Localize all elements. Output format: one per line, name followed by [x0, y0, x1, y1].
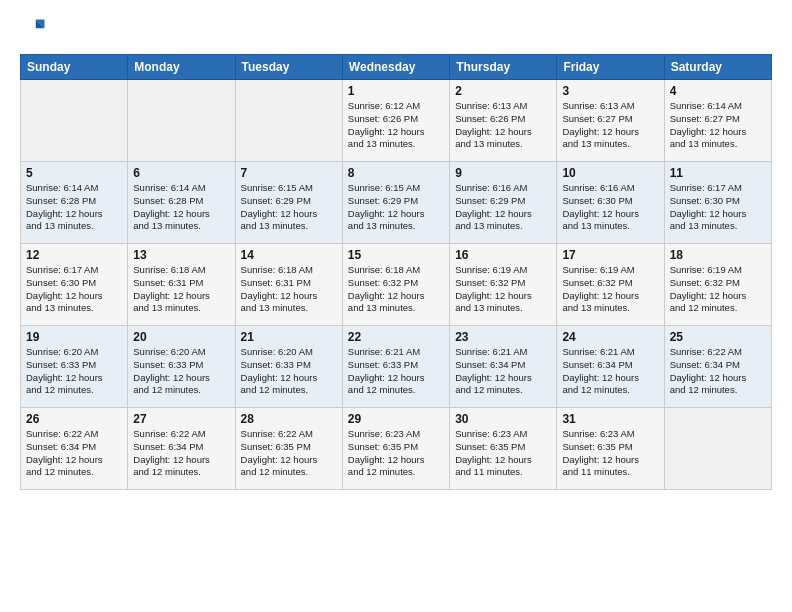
calendar-cell: 2Sunrise: 6:13 AM Sunset: 6:26 PM Daylig… [450, 80, 557, 162]
day-info: Sunrise: 6:20 AM Sunset: 6:33 PM Dayligh… [241, 346, 337, 397]
day-number: 18 [670, 248, 766, 262]
day-info: Sunrise: 6:23 AM Sunset: 6:35 PM Dayligh… [348, 428, 444, 479]
day-info: Sunrise: 6:15 AM Sunset: 6:29 PM Dayligh… [241, 182, 337, 233]
calendar-cell: 7Sunrise: 6:15 AM Sunset: 6:29 PM Daylig… [235, 162, 342, 244]
day-number: 30 [455, 412, 551, 426]
calendar-header-monday: Monday [128, 55, 235, 80]
day-info: Sunrise: 6:17 AM Sunset: 6:30 PM Dayligh… [670, 182, 766, 233]
calendar-cell: 30Sunrise: 6:23 AM Sunset: 6:35 PM Dayli… [450, 408, 557, 490]
calendar-cell: 26Sunrise: 6:22 AM Sunset: 6:34 PM Dayli… [21, 408, 128, 490]
day-number: 7 [241, 166, 337, 180]
day-info: Sunrise: 6:13 AM Sunset: 6:27 PM Dayligh… [562, 100, 658, 151]
calendar-cell: 12Sunrise: 6:17 AM Sunset: 6:30 PM Dayli… [21, 244, 128, 326]
calendar-cell [128, 80, 235, 162]
day-info: Sunrise: 6:21 AM Sunset: 6:33 PM Dayligh… [348, 346, 444, 397]
calendar-cell: 9Sunrise: 6:16 AM Sunset: 6:29 PM Daylig… [450, 162, 557, 244]
day-number: 28 [241, 412, 337, 426]
day-number: 1 [348, 84, 444, 98]
day-number: 15 [348, 248, 444, 262]
calendar-cell: 10Sunrise: 6:16 AM Sunset: 6:30 PM Dayli… [557, 162, 664, 244]
calendar-header-sunday: Sunday [21, 55, 128, 80]
day-number: 16 [455, 248, 551, 262]
calendar-cell [21, 80, 128, 162]
day-info: Sunrise: 6:18 AM Sunset: 6:32 PM Dayligh… [348, 264, 444, 315]
calendar-cell: 17Sunrise: 6:19 AM Sunset: 6:32 PM Dayli… [557, 244, 664, 326]
day-info: Sunrise: 6:23 AM Sunset: 6:35 PM Dayligh… [562, 428, 658, 479]
calendar-cell: 21Sunrise: 6:20 AM Sunset: 6:33 PM Dayli… [235, 326, 342, 408]
calendar-cell: 5Sunrise: 6:14 AM Sunset: 6:28 PM Daylig… [21, 162, 128, 244]
day-info: Sunrise: 6:14 AM Sunset: 6:28 PM Dayligh… [133, 182, 229, 233]
day-number: 23 [455, 330, 551, 344]
logo-icon [20, 16, 48, 44]
calendar-cell: 29Sunrise: 6:23 AM Sunset: 6:35 PM Dayli… [342, 408, 449, 490]
day-info: Sunrise: 6:19 AM Sunset: 6:32 PM Dayligh… [670, 264, 766, 315]
calendar-cell: 19Sunrise: 6:20 AM Sunset: 6:33 PM Dayli… [21, 326, 128, 408]
calendar-week-3: 12Sunrise: 6:17 AM Sunset: 6:30 PM Dayli… [21, 244, 772, 326]
day-number: 26 [26, 412, 122, 426]
day-info: Sunrise: 6:22 AM Sunset: 6:34 PM Dayligh… [133, 428, 229, 479]
calendar-cell: 27Sunrise: 6:22 AM Sunset: 6:34 PM Dayli… [128, 408, 235, 490]
day-number: 8 [348, 166, 444, 180]
calendar-cell: 16Sunrise: 6:19 AM Sunset: 6:32 PM Dayli… [450, 244, 557, 326]
calendar-week-2: 5Sunrise: 6:14 AM Sunset: 6:28 PM Daylig… [21, 162, 772, 244]
day-number: 25 [670, 330, 766, 344]
calendar-cell: 22Sunrise: 6:21 AM Sunset: 6:33 PM Dayli… [342, 326, 449, 408]
day-number: 31 [562, 412, 658, 426]
calendar-cell [235, 80, 342, 162]
day-number: 27 [133, 412, 229, 426]
day-number: 13 [133, 248, 229, 262]
calendar-cell: 20Sunrise: 6:20 AM Sunset: 6:33 PM Dayli… [128, 326, 235, 408]
day-info: Sunrise: 6:22 AM Sunset: 6:34 PM Dayligh… [26, 428, 122, 479]
day-info: Sunrise: 6:21 AM Sunset: 6:34 PM Dayligh… [562, 346, 658, 397]
calendar-header-tuesday: Tuesday [235, 55, 342, 80]
day-number: 24 [562, 330, 658, 344]
day-info: Sunrise: 6:16 AM Sunset: 6:29 PM Dayligh… [455, 182, 551, 233]
day-number: 20 [133, 330, 229, 344]
day-number: 9 [455, 166, 551, 180]
calendar-cell: 24Sunrise: 6:21 AM Sunset: 6:34 PM Dayli… [557, 326, 664, 408]
day-number: 12 [26, 248, 122, 262]
calendar-header-wednesday: Wednesday [342, 55, 449, 80]
day-info: Sunrise: 6:20 AM Sunset: 6:33 PM Dayligh… [133, 346, 229, 397]
calendar-header-row: SundayMondayTuesdayWednesdayThursdayFrid… [21, 55, 772, 80]
day-info: Sunrise: 6:15 AM Sunset: 6:29 PM Dayligh… [348, 182, 444, 233]
page: SundayMondayTuesdayWednesdayThursdayFrid… [0, 0, 792, 612]
calendar-cell: 4Sunrise: 6:14 AM Sunset: 6:27 PM Daylig… [664, 80, 771, 162]
day-info: Sunrise: 6:14 AM Sunset: 6:28 PM Dayligh… [26, 182, 122, 233]
calendar-cell: 31Sunrise: 6:23 AM Sunset: 6:35 PM Dayli… [557, 408, 664, 490]
day-number: 4 [670, 84, 766, 98]
calendar-cell: 23Sunrise: 6:21 AM Sunset: 6:34 PM Dayli… [450, 326, 557, 408]
day-number: 2 [455, 84, 551, 98]
calendar-cell [664, 408, 771, 490]
calendar-cell: 1Sunrise: 6:12 AM Sunset: 6:26 PM Daylig… [342, 80, 449, 162]
day-info: Sunrise: 6:23 AM Sunset: 6:35 PM Dayligh… [455, 428, 551, 479]
day-info: Sunrise: 6:22 AM Sunset: 6:35 PM Dayligh… [241, 428, 337, 479]
calendar-cell: 13Sunrise: 6:18 AM Sunset: 6:31 PM Dayli… [128, 244, 235, 326]
calendar-week-4: 19Sunrise: 6:20 AM Sunset: 6:33 PM Dayli… [21, 326, 772, 408]
day-info: Sunrise: 6:18 AM Sunset: 6:31 PM Dayligh… [133, 264, 229, 315]
day-number: 14 [241, 248, 337, 262]
calendar-cell: 15Sunrise: 6:18 AM Sunset: 6:32 PM Dayli… [342, 244, 449, 326]
day-number: 11 [670, 166, 766, 180]
calendar-cell: 14Sunrise: 6:18 AM Sunset: 6:31 PM Dayli… [235, 244, 342, 326]
day-info: Sunrise: 6:18 AM Sunset: 6:31 PM Dayligh… [241, 264, 337, 315]
day-number: 10 [562, 166, 658, 180]
calendar-cell: 25Sunrise: 6:22 AM Sunset: 6:34 PM Dayli… [664, 326, 771, 408]
day-info: Sunrise: 6:17 AM Sunset: 6:30 PM Dayligh… [26, 264, 122, 315]
logo [20, 16, 52, 44]
day-info: Sunrise: 6:12 AM Sunset: 6:26 PM Dayligh… [348, 100, 444, 151]
calendar-header-friday: Friday [557, 55, 664, 80]
day-number: 29 [348, 412, 444, 426]
day-number: 17 [562, 248, 658, 262]
day-number: 22 [348, 330, 444, 344]
day-info: Sunrise: 6:21 AM Sunset: 6:34 PM Dayligh… [455, 346, 551, 397]
day-number: 6 [133, 166, 229, 180]
header [20, 16, 772, 44]
day-info: Sunrise: 6:13 AM Sunset: 6:26 PM Dayligh… [455, 100, 551, 151]
calendar-week-1: 1Sunrise: 6:12 AM Sunset: 6:26 PM Daylig… [21, 80, 772, 162]
day-number: 5 [26, 166, 122, 180]
day-info: Sunrise: 6:20 AM Sunset: 6:33 PM Dayligh… [26, 346, 122, 397]
calendar-cell: 8Sunrise: 6:15 AM Sunset: 6:29 PM Daylig… [342, 162, 449, 244]
calendar-header-thursday: Thursday [450, 55, 557, 80]
day-info: Sunrise: 6:22 AM Sunset: 6:34 PM Dayligh… [670, 346, 766, 397]
